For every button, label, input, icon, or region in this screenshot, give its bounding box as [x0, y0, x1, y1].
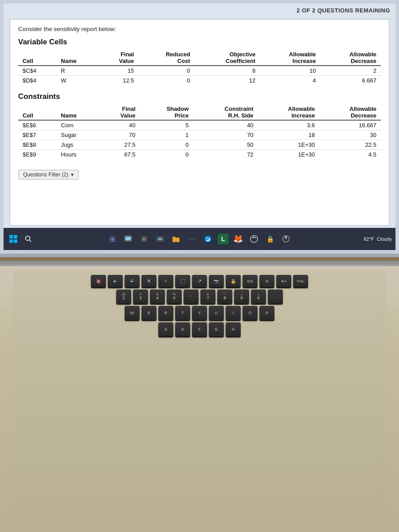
key-f9[interactable]: 🔒: [226, 275, 241, 287]
content-area: Consider the sensitivity report below: V…: [10, 19, 389, 226]
svg-rect-3: [14, 239, 17, 243]
col-reduced-header: Reduced: [138, 50, 195, 58]
key-f11[interactable]: ✳: [259, 275, 274, 287]
taskbar-icon-4[interactable]: [154, 233, 166, 245]
table-row: $E$8 Jugs 27.5 0 50 1E+30 22.5: [18, 140, 381, 150]
table-row: $E$6 Corn 40 5 40 3.6 16.667: [18, 120, 381, 130]
taskbar: ⊞: [4, 228, 395, 250]
intro-text: Consider the sensitivity report below:: [18, 26, 381, 32]
key-caret-6[interactable]: ^: [184, 289, 199, 304]
key-O[interactable]: O: [243, 306, 258, 320]
key-f3[interactable]: 🔊: [125, 275, 140, 287]
key-Y[interactable]: Y: [192, 306, 207, 320]
key-hash-3[interactable]: #3: [133, 289, 148, 304]
key-W[interactable]: W: [125, 306, 140, 320]
con-col-allowable-decrease-header: Allowable: [319, 105, 381, 112]
key-P[interactable]: P: [259, 306, 274, 320]
screen-inner: 2 OF 2 QUESTIONS REMAINING Consider the …: [4, 4, 395, 250]
questions-filter-button[interactable]: Questions Filter (2) ▾: [18, 170, 78, 180]
cell-value: 12.5: [98, 76, 138, 86]
taskbar-icon-edge[interactable]: [202, 233, 214, 245]
key-rparen-0[interactable]: )0: [251, 289, 266, 304]
key-prtsc[interactable]: PrtSc: [293, 275, 308, 287]
con-cell-ref: $E$7: [18, 130, 57, 140]
constraints-table: Final Shadow Constraint Allowable Allowa…: [18, 105, 381, 159]
col-increase-label: Increase: [260, 58, 320, 66]
col-cost-label: Cost: [138, 58, 195, 66]
key-f7[interactable]: ↗: [192, 275, 207, 287]
taskbar-icon-profile[interactable]: 🦊: [232, 233, 244, 245]
cell-allowable-decrease: 2: [321, 66, 381, 76]
taskbar-icon-3[interactable]: [138, 233, 150, 245]
key-f6[interactable]: ⬚: [175, 275, 190, 287]
key-D[interactable]: D: [175, 322, 190, 336]
key-dollar-4[interactable]: $4: [150, 289, 165, 304]
col-allowable-increase-header1: Allowable: [260, 50, 320, 58]
key-E[interactable]: E: [141, 306, 156, 320]
cell-allowable-decrease: 6.667: [321, 76, 381, 86]
con-cell-ref: $E$9: [18, 150, 57, 160]
key-f2[interactable]: 🔉: [108, 275, 123, 287]
taskbar-icon-L[interactable]: L: [218, 234, 228, 244]
cell-coefficient: 12: [195, 76, 260, 86]
key-f4[interactable]: ✕: [141, 275, 156, 287]
taskbar-icon-circle[interactable]: [248, 233, 260, 245]
constraints-title: Constraints: [18, 92, 381, 101]
key-R[interactable]: R: [158, 306, 173, 320]
key-U[interactable]: U: [209, 306, 224, 320]
col-cell-label: Cell: [18, 58, 56, 66]
con-col-value-label: Value: [99, 112, 140, 120]
cell-value: 15: [98, 66, 138, 76]
taskbar-icon-lock[interactable]: 🔒: [264, 233, 276, 245]
con-cell-value: 70: [99, 130, 140, 140]
con-col-cell-label: Cell: [18, 112, 57, 120]
key-minus[interactable]: -: [268, 289, 283, 304]
key-T[interactable]: T: [175, 306, 190, 320]
con-allowable-increase: 1E+30: [258, 150, 320, 160]
key-S[interactable]: S: [158, 322, 173, 336]
con-shadow-price: 0: [140, 150, 193, 160]
key-G[interactable]: G: [209, 322, 224, 336]
variable-cells-table: Final Reduced Objective Allowable Allowa…: [18, 50, 381, 85]
key-percent-5[interactable]: %5: [167, 289, 182, 304]
key-at-2[interactable]: @2: [116, 289, 131, 304]
cell-reduced-cost: 0: [138, 66, 195, 76]
windows-start-icon[interactable]: [7, 233, 20, 245]
constraints-body: $E$6 Corn 40 5 40 3.6 16.667 $E$7 Sugar …: [18, 120, 381, 159]
taskbar-icon-2[interactable]: [122, 233, 134, 245]
key-F[interactable]: F: [192, 322, 207, 336]
con-cell-value: 40: [99, 120, 140, 130]
svg-rect-0: [9, 235, 13, 239]
col-name-label: Name: [56, 58, 98, 66]
svg-line-5: [30, 240, 31, 242]
con-allowable-increase: 18: [258, 130, 320, 140]
con-cell-value: 67.5: [99, 150, 140, 160]
taskbar-icon-folder[interactable]: [170, 233, 182, 245]
filter-button-label: Questions Filter (2): [23, 172, 68, 178]
key-amp-7[interactable]: &7: [200, 289, 215, 304]
taskbar-icon-power[interactable]: [280, 233, 292, 245]
key-f8[interactable]: 📷: [209, 275, 224, 287]
key-star-8[interactable]: *8: [217, 289, 232, 304]
taskbar-icon-grid[interactable]: ⋯: [186, 233, 198, 245]
con-rh-side: 40: [193, 120, 258, 130]
key-lparen-9[interactable]: (9: [234, 289, 249, 304]
key-f10[interactable]: ⊡⊡: [243, 275, 258, 287]
key-H[interactable]: H: [226, 322, 241, 336]
key-f5[interactable]: C: [158, 275, 173, 287]
key-I[interactable]: I: [226, 306, 241, 320]
table-row: $E$7 Sugar 70 1 70 18 30: [18, 130, 381, 140]
search-icon[interactable]: [22, 233, 35, 245]
taskbar-icon-1[interactable]: ⊞: [106, 233, 118, 245]
key-f12[interactable]: ✳+: [276, 275, 291, 287]
laptop-hinge: [0, 261, 399, 266]
con-col-cell-name: [18, 105, 99, 112]
con-col-final-header: Final: [99, 105, 140, 112]
table-row: $D$4 W 12.5 0 12 4 6.667: [18, 76, 381, 86]
con-cell-name: Hours: [57, 150, 99, 160]
keyboard-home-row: S D F G H: [20, 322, 379, 336]
cell-allowable-increase: 4: [260, 76, 320, 86]
key-mute[interactable]: 🔇: [91, 275, 106, 287]
con-col-decrease-label: Decrease: [319, 112, 381, 120]
con-cell-name: Sugar: [57, 130, 99, 140]
